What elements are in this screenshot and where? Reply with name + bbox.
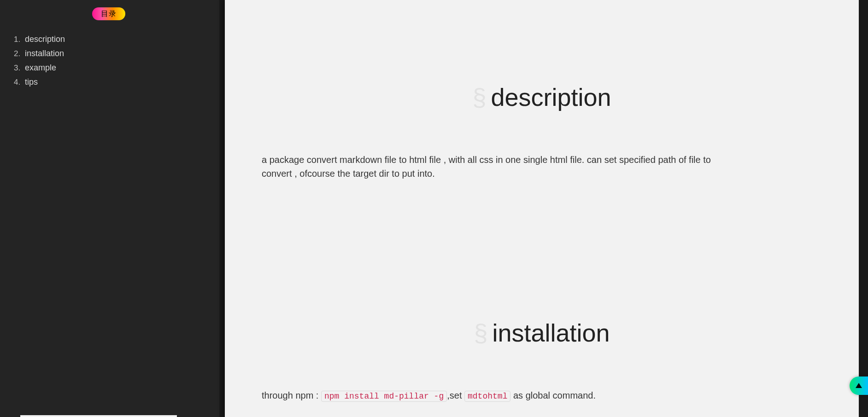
installation-post-text: as global command. <box>510 390 596 400</box>
toc-item-description[interactable]: 1. description <box>14 32 65 46</box>
main: §description a package convert markdown … <box>219 0 868 417</box>
toc-list: 1. description 2. installation 3. exampl… <box>14 32 65 89</box>
toc-item-label: description <box>25 32 65 46</box>
section-marker-icon: § <box>472 83 486 111</box>
sidebar: 目录 1. description 2. installation 3. exa… <box>0 0 219 417</box>
toc-item-number: 2. <box>14 47 25 61</box>
code-global-command: mdtohtml <box>464 391 510 402</box>
heading-installation: §installation <box>262 319 822 347</box>
toc-item-installation[interactable]: 2. installation <box>14 46 65 61</box>
scroll-to-top-button[interactable] <box>850 376 868 395</box>
heading-description: §description <box>262 83 822 111</box>
toc-item-label: tips <box>25 75 38 89</box>
main-scroll[interactable]: §description a package convert markdown … <box>225 0 859 417</box>
section-marker-icon: § <box>474 319 487 347</box>
heading-text: description <box>491 83 611 111</box>
toc-item-tips[interactable]: 4. tips <box>14 75 65 89</box>
triangle-up-icon <box>856 383 862 388</box>
toc-item-label: example <box>25 61 56 75</box>
app-root: 目录 1. description 2. installation 3. exa… <box>0 0 868 417</box>
toc-item-number: 4. <box>14 75 25 89</box>
installation-pre-text: through npm : <box>262 390 321 400</box>
installation-paragraph: through npm : npm install md-pillar -g,s… <box>262 388 822 403</box>
installation-mid-text: ,set <box>447 390 464 400</box>
toc-badge-label: 目录 <box>101 9 117 19</box>
toc-item-number: 3. <box>14 61 25 75</box>
description-paragraph: a package convert markdown file to html … <box>262 153 722 180</box>
code-install-command: npm install md-pillar -g <box>321 391 447 402</box>
toc-item-number: 1. <box>14 33 25 46</box>
heading-text: installation <box>492 319 610 347</box>
toc-item-label: installation <box>25 46 64 60</box>
content: §description a package convert markdown … <box>225 83 859 417</box>
sidebar-footer-strip <box>20 415 177 417</box>
toc-badge: 目录 <box>92 7 125 20</box>
toc-item-example[interactable]: 3. example <box>14 61 65 75</box>
